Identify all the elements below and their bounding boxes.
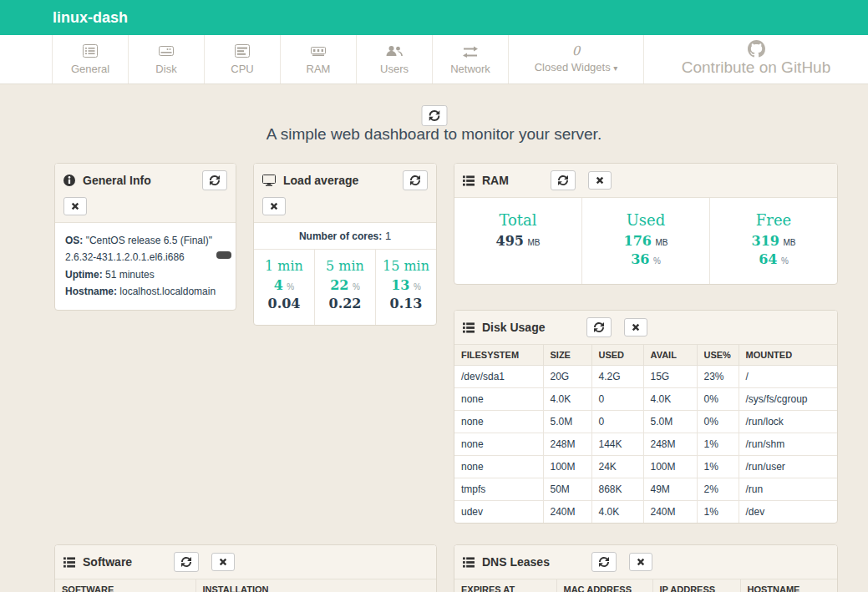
disk-icon [159, 44, 174, 58]
table-cell: 100M [643, 456, 697, 478]
table-cell: tmpfs [454, 478, 543, 501]
nav-item-network[interactable]: Network [433, 35, 509, 83]
load-label: 1 min [254, 258, 314, 274]
ram-amount: 176 MB [591, 233, 701, 249]
nav-item-closed-widgets[interactable]: 0 Closed Widgets ▾ [509, 35, 644, 83]
widget-load-average: Load average Number of cores: 1 1 min 4 … [253, 163, 437, 326]
nav-item-github[interactable]: Contribute on GitHub [644, 35, 868, 83]
nav-bar: General Disk CPU RAM Users Network 0 Clo… [0, 35, 868, 84]
table-row: udev240M4.0K240M1%/dev [454, 501, 837, 524]
nav-item-users[interactable]: Users [357, 35, 433, 83]
info-circle-icon [63, 175, 75, 186]
load-column-1min: 1 min 4 % 0.04 [254, 250, 314, 325]
app-title: linux-dash [53, 9, 128, 27]
ram-label: Used [591, 211, 701, 229]
column-header: FILESYSTEM [454, 345, 543, 366]
column-header: SOFTWARE [55, 579, 195, 592]
widget-title: RAM [482, 174, 509, 187]
nav-item-disk[interactable]: Disk [129, 35, 205, 83]
ram-percent: 64 % [718, 251, 829, 267]
close-button[interactable] [629, 553, 652, 571]
table-row: none100M24K100M1%/run/user [454, 456, 837, 478]
load-value: 0.13 [376, 296, 436, 311]
ram-amount: 319 MB [718, 233, 829, 249]
nav-item-cpu[interactable]: CPU [205, 35, 281, 83]
table-row: none4.0K04.0K0%/sys/fs/cgroup [454, 388, 837, 411]
list-icon [63, 557, 75, 568]
column-header: USE% [697, 345, 739, 366]
load-percent: 13 % [376, 277, 436, 293]
users-icon [386, 44, 403, 58]
general-icon [83, 44, 98, 58]
load-label: 5 min [315, 258, 375, 274]
widget-software: Software SOFTWAREINSTALLATION [54, 544, 437, 592]
refresh-button[interactable] [591, 552, 617, 572]
caret-down-icon: ▾ [613, 63, 617, 73]
scrollbar-thumb[interactable] [216, 251, 231, 259]
column-header: MAC ADDRESS [556, 579, 652, 592]
table-cell: 0% [697, 388, 739, 411]
network-icon [462, 44, 479, 58]
table-cell: 4.0K [543, 388, 591, 411]
close-button[interactable] [588, 171, 612, 190]
column-header: INSTALLATION [195, 579, 436, 592]
github-icon [748, 42, 765, 56]
nav-item-general[interactable]: General [53, 35, 129, 83]
column-header: IP ADDRESS [652, 579, 740, 592]
close-button[interactable] [63, 197, 87, 215]
widget-header: Software [55, 545, 436, 579]
table-cell: /run [739, 478, 837, 501]
refresh-all-button[interactable] [421, 105, 447, 126]
table-cell: 1% [697, 456, 739, 478]
ram-columns: Total 495 MB Used 176 MB 36 % Free 319 M… [454, 198, 837, 284]
load-column-15min: 15 min 13 % 0.13 [375, 250, 436, 325]
load-percent: 22 % [315, 277, 375, 293]
table-cell: none [454, 433, 543, 456]
table-cell: 240M [543, 501, 591, 524]
dashboard-content: A simple web dashboard to monitor your s… [0, 84, 868, 592]
nav-spacer [0, 35, 53, 83]
widget-header-row2 [254, 197, 436, 223]
table-cell: none [454, 388, 543, 411]
refresh-button[interactable] [174, 552, 199, 572]
table-cell: /run/user [739, 456, 837, 478]
close-button[interactable] [211, 553, 235, 571]
close-button[interactable] [262, 197, 286, 215]
load-percent: 4 % [254, 277, 314, 293]
refresh-button[interactable] [551, 170, 576, 190]
ram-column-free: Free 319 MB 64 % [709, 198, 837, 284]
table-cell: /dev [739, 501, 837, 524]
table-cell: 0% [697, 411, 739, 433]
nav-item-label: General [71, 63, 109, 75]
refresh-button[interactable] [586, 317, 612, 337]
load-columns: 1 min 4 % 0.04 5 min 22 % 0.22 15 min 13… [254, 250, 436, 325]
table-cell: none [454, 411, 543, 433]
table-cell: 2% [697, 478, 739, 501]
table-cell: /run/lock [739, 411, 837, 433]
table-cell: 100M [543, 456, 591, 478]
table-cell: 50M [543, 478, 591, 501]
table-cell: 49M [643, 478, 697, 501]
nav-item-label: CPU [231, 63, 253, 75]
os-line: OS: "CentOS release 6.5 (Final)" 2.6.32-… [65, 232, 226, 266]
widget-title: General Info [83, 174, 151, 187]
nav-item-label: Network [450, 63, 490, 75]
widget-title: Software [83, 555, 132, 569]
nav-item-ram[interactable]: RAM [281, 35, 357, 83]
table-cell: 248M [643, 433, 697, 456]
refresh-button[interactable] [202, 170, 227, 190]
table-row: none248M144K248M1%/run/shm [454, 433, 837, 456]
table-cell: 0 [591, 388, 643, 411]
table-row: none5.0M05.0M0%/run/lock [454, 411, 837, 433]
table-header-row: SOFTWAREINSTALLATION [55, 579, 436, 592]
ram-amount: 495 MB [463, 233, 573, 249]
github-link-label: Contribute on GitHub [682, 58, 831, 77]
column-header: USED [591, 345, 643, 366]
table-cell: 4.0K [591, 501, 643, 524]
list-icon [463, 175, 475, 186]
tagline: A simple web dashboard to monitor your s… [0, 125, 868, 144]
general-info-body: OS: "CentOS release 6.5 (Final)" 2.6.32-… [55, 223, 236, 310]
close-button[interactable] [624, 318, 647, 336]
refresh-button[interactable] [403, 170, 428, 190]
table-cell: 24K [591, 456, 643, 478]
